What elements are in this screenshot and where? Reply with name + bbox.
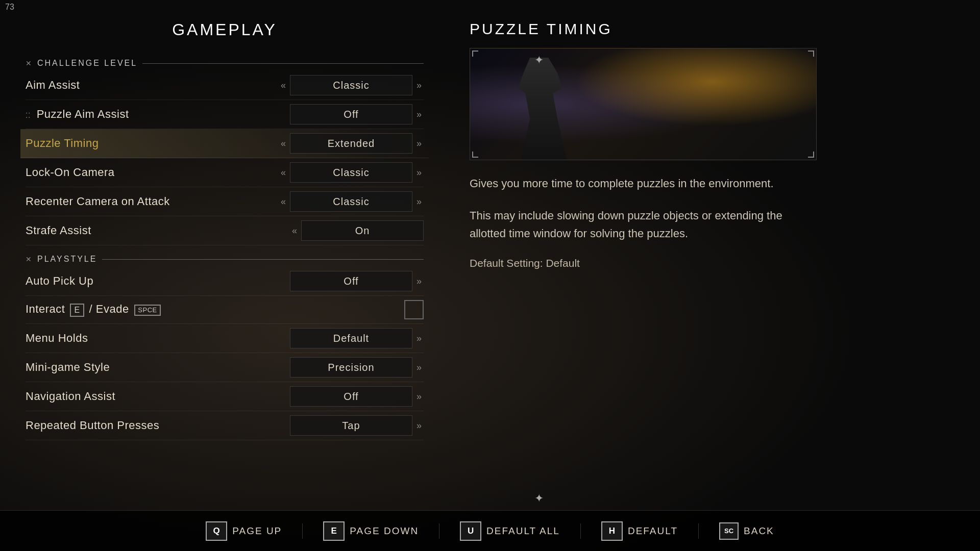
setting-aim-assist[interactable]: Aim Assist « Classic » <box>26 71 424 100</box>
setting-recenter-camera[interactable]: Recenter Camera on Attack « Classic » <box>26 187 424 216</box>
section-playstyle-label: PLAYSTYLE <box>37 255 97 264</box>
setting-menu-holds[interactable]: Menu Holds Default » <box>26 324 424 353</box>
repeated-button-right-arrow[interactable]: » <box>414 420 424 431</box>
recenter-camera-label: Recenter Camera on Attack <box>26 195 279 208</box>
section-playstyle-line <box>102 259 424 260</box>
lock-on-camera-label: Lock-On Camera <box>26 166 279 179</box>
left-panel-title: GAMEPLAY <box>26 20 424 39</box>
section-line <box>142 63 424 64</box>
menu-holds-label: Menu Holds <box>26 332 290 345</box>
minigame-style-label: Mini-game Style <box>26 361 290 374</box>
strafe-assist-value: On <box>301 220 424 241</box>
fps-counter: 73 <box>5 3 14 12</box>
bottom-action-default-all[interactable]: U DEFAULT ALL <box>460 521 560 541</box>
setting-minigame-style[interactable]: Mini-game Style Precision » <box>26 353 424 382</box>
puzzle-aim-assist-label: ⁚⁚ Puzzle Aim Assist <box>26 108 290 121</box>
setting-puzzle-aim-assist[interactable]: ⁚⁚ Puzzle Aim Assist Off » <box>26 100 424 129</box>
auto-pick-up-right-arrow[interactable]: » <box>414 276 424 287</box>
right-panel: PUZZLE TIMING Gives you more time to com… <box>439 0 980 551</box>
aim-assist-left-arrow[interactable]: « <box>279 80 288 91</box>
section-challenge-level: ✕ CHALLENGE LEVEL <box>26 59 424 68</box>
puzzle-aim-assist-value: Off <box>290 104 412 124</box>
strafe-assist-label: Strafe Assist <box>26 224 290 237</box>
aim-assist-control: « Classic » <box>279 75 424 95</box>
page-up-label: PAGE UP <box>232 525 282 537</box>
corner-br <box>808 152 814 158</box>
setting-interact-evade[interactable]: Interact E / Evade SPCE <box>26 296 424 324</box>
auto-pick-up-value: Off <box>290 271 412 291</box>
page-down-key: E <box>323 521 345 541</box>
repeated-button-value: Tap <box>290 415 412 436</box>
lock-on-camera-right-arrow[interactable]: » <box>414 167 424 178</box>
lock-on-camera-control: « Classic » <box>279 162 424 183</box>
back-label: BACK <box>744 525 774 537</box>
puzzle-timing-label: Puzzle Timing <box>26 137 279 150</box>
navigation-assist-label: Navigation Assist <box>26 390 290 403</box>
setting-repeated-button[interactable]: Repeated Button Presses Tap » <box>26 411 424 440</box>
divider-2 <box>439 523 439 539</box>
navigation-assist-right-arrow[interactable]: » <box>414 391 424 402</box>
page-down-label: PAGE DOWN <box>350 525 419 537</box>
bottom-action-back[interactable]: SC BACK <box>719 522 774 540</box>
recenter-camera-right-arrow[interactable]: » <box>414 196 424 207</box>
back-key: SC <box>719 522 739 540</box>
menu-holds-control: Default » <box>290 328 424 348</box>
puzzle-aim-assist-control: Off » <box>290 104 424 124</box>
puzzle-timing-left-arrow[interactable]: « <box>279 138 288 149</box>
lock-on-camera-value: Classic <box>290 162 412 183</box>
navigation-assist-control: Off » <box>290 386 424 407</box>
recenter-camera-value: Classic <box>290 191 412 212</box>
detail-default-setting: Default Setting: Default <box>470 257 954 269</box>
setting-puzzle-timing[interactable]: Puzzle Timing « Extended » <box>20 129 429 158</box>
strafe-assist-control: « On <box>290 220 424 241</box>
setting-navigation-assist[interactable]: Navigation Assist Off » <box>26 382 424 411</box>
default-key: H <box>601 521 623 541</box>
aim-assist-right-arrow[interactable]: » <box>414 80 424 91</box>
bottom-action-default[interactable]: H DEFAULT <box>601 521 678 541</box>
menu-holds-value: Default <box>290 328 412 348</box>
bottom-action-page-down[interactable]: E PAGE DOWN <box>323 521 419 541</box>
lock-on-camera-left-arrow[interactable]: « <box>279 167 288 178</box>
setting-auto-pick-up[interactable]: Auto Pick Up Off » <box>26 267 424 296</box>
diamond-top-icon: ✦ <box>534 54 544 67</box>
recenter-camera-control: « Classic » <box>279 191 424 212</box>
repeated-button-control: Tap » <box>290 415 424 436</box>
detail-title: PUZZLE TIMING <box>470 20 954 38</box>
puzzle-timing-right-arrow[interactable]: » <box>414 138 424 149</box>
auto-pick-up-label: Auto Pick Up <box>26 274 290 288</box>
diamond-bottom-icon: ✦ <box>534 492 544 505</box>
page-up-key: Q <box>206 521 227 541</box>
settings-list: ✕ CHALLENGE LEVEL Aim Assist « Classic »… <box>26 49 424 440</box>
minigame-style-value: Precision <box>290 357 412 378</box>
divider-4 <box>698 523 699 539</box>
aim-assist-value: Classic <box>290 75 412 95</box>
divider-3 <box>580 523 581 539</box>
bottom-bar: Q PAGE UP E PAGE DOWN U DEFAULT ALL H DE… <box>0 510 980 551</box>
corner-tl <box>472 51 478 57</box>
puzzle-aim-assist-right-arrow[interactable]: » <box>414 109 424 120</box>
default-all-label: DEFAULT ALL <box>486 525 560 537</box>
puzzle-timing-value: Extended <box>290 133 412 154</box>
section-playstyle-dash: ✕ <box>26 255 33 263</box>
aim-assist-label: Aim Assist <box>26 79 279 92</box>
bottom-action-page-up[interactable]: Q PAGE UP <box>206 521 282 541</box>
auto-pick-up-control: Off » <box>290 271 424 291</box>
square-controller-icon <box>404 300 424 319</box>
minigame-style-right-arrow[interactable]: » <box>414 362 424 373</box>
image-background <box>470 48 816 160</box>
puzzle-timing-control: « Extended » <box>279 133 424 154</box>
menu-holds-right-arrow[interactable]: » <box>414 333 424 344</box>
dots-icon: ⁚⁚ <box>26 111 30 119</box>
default-all-key: U <box>460 521 481 541</box>
recenter-camera-left-arrow[interactable]: « <box>279 196 288 207</box>
navigation-assist-value: Off <box>290 386 412 407</box>
left-panel: GAMEPLAY ✕ CHALLENGE LEVEL Aim Assist « … <box>0 0 439 551</box>
setting-strafe-assist[interactable]: Strafe Assist « On <box>26 216 424 245</box>
section-dash-icon: ✕ <box>26 59 33 67</box>
strafe-assist-left-arrow[interactable]: « <box>290 226 299 236</box>
detail-description-2: This may include slowing down puzzle obj… <box>470 207 796 242</box>
minigame-style-control: Precision » <box>290 357 424 378</box>
corner-tr <box>808 51 814 57</box>
section-playstyle: ✕ PLAYSTYLE <box>26 255 424 264</box>
setting-lock-on-camera[interactable]: Lock-On Camera « Classic » <box>26 158 424 187</box>
